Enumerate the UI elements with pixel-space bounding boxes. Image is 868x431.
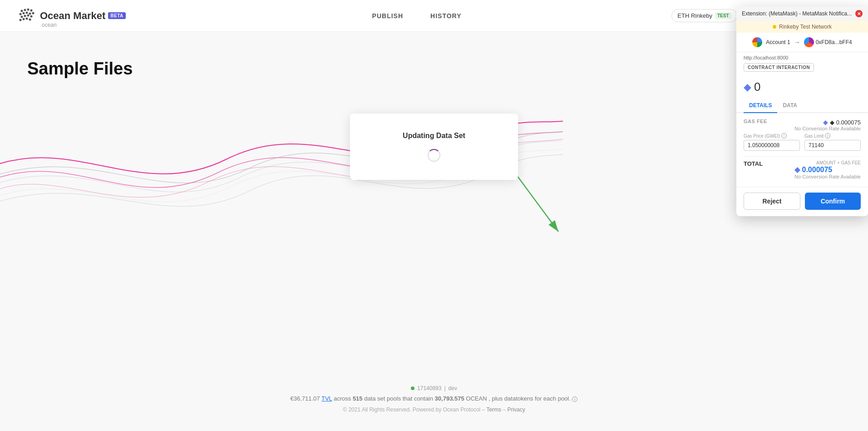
divider <box>744 156 861 157</box>
block-number: 17140893 <box>417 385 441 391</box>
gas-fee-value: ◆ ◆ 0.000075 <box>794 119 861 126</box>
metamask-close-button[interactable]: ✕ <box>855 10 863 17</box>
to-account-address: 0xFD8a...bFF4 <box>816 39 852 45</box>
total-label: TOTAL <box>744 160 763 167</box>
amount-value: 0 <box>754 80 760 94</box>
beta-badge: BETA <box>108 12 125 19</box>
svg-point-4 <box>20 13 22 15</box>
gas-price-input[interactable] <box>744 140 800 151</box>
svg-point-16 <box>29 18 31 20</box>
gas-price-label: Gas Price (GWEI) i <box>744 133 800 139</box>
tab-data[interactable]: DATA <box>777 99 803 113</box>
test-badge: TEST <box>715 12 731 19</box>
gas-limit-group: Gas Limit i <box>804 133 861 151</box>
privacy-link[interactable]: Privacy <box>507 406 525 413</box>
svg-point-15 <box>26 17 28 20</box>
svg-point-3 <box>30 9 33 11</box>
metamask-title: Extension: (MetaMask) - MetaMask Notific… <box>742 10 852 17</box>
tvl-amount: €36,711.07 <box>291 395 320 402</box>
gas-price-group: Gas Price (GWEI) i <box>744 133 800 151</box>
svg-point-13 <box>20 19 22 21</box>
page-title: Sample Files <box>27 59 841 79</box>
logo-area: Ocean Market BETA ocean <box>18 7 126 25</box>
pools-count: 515 <box>353 395 363 402</box>
pools-text: across <box>334 395 351 402</box>
svg-point-12 <box>30 15 33 17</box>
gas-eth-icon: ◆ <box>823 119 830 126</box>
contract-interaction-badge: CONTRACT INTERACTION <box>744 63 814 72</box>
metamask-popup: Extension: (MetaMask) - MetaMask Notific… <box>736 6 868 216</box>
logo-brand: Ocean Market BETA ocean <box>40 10 126 22</box>
svg-point-0 <box>21 10 23 12</box>
to-account: 0xFD8a...bFF4 <box>804 37 852 47</box>
gas-inputs: Gas Price (GWEI) i Gas Limit i <box>744 133 861 151</box>
amount-gas-fee-label: AMOUNT + GAS FEE <box>794 160 861 165</box>
metamask-network-label: Rinkeby Test Network <box>779 24 832 30</box>
metamask-title-bar: Extension: (MetaMask) - MetaMask Notific… <box>736 6 868 21</box>
pools-suffix: , plus datatokens for each pool. <box>488 395 571 402</box>
network-label: dev <box>449 385 457 391</box>
ocean-logo-icon <box>18 7 35 25</box>
svg-point-10 <box>24 15 26 17</box>
network-indicator-icon <box>773 25 776 29</box>
svg-point-6 <box>26 11 28 14</box>
svg-point-9 <box>21 15 23 18</box>
metamask-tabs: DETAILS DATA <box>736 99 868 113</box>
footer-stats: €36,711.07 TVL across 515 data set pools… <box>0 395 868 402</box>
tvl-link[interactable]: TVL <box>321 395 332 402</box>
pools-desc: data set pools that contain <box>364 395 433 402</box>
updating-modal: Updating Data Set <box>350 114 518 180</box>
eth-diamond-icon: ◆ <box>744 81 751 93</box>
total-eth-icon: ◆ <box>794 166 802 173</box>
terms-link[interactable]: Terms <box>486 406 501 413</box>
metamask-url: http://localhost:8000 <box>736 52 868 61</box>
tab-details[interactable]: DETAILS <box>744 99 777 113</box>
metamask-body: GAS FEE ◆ ◆ 0.000075 No Conversion Rate … <box>736 113 868 187</box>
svg-point-11 <box>27 14 30 16</box>
footer: 17140893 | dev €36,711.07 TVL across 515… <box>0 385 868 413</box>
gas-limit-input[interactable] <box>804 140 861 151</box>
svg-point-2 <box>27 8 30 10</box>
gas-price-info-icon[interactable]: i <box>781 133 787 139</box>
svg-point-5 <box>23 12 25 14</box>
main-nav: PUBLISH HISTORY <box>162 12 672 20</box>
footer-copyright: © 2021 All Rights Reserved. Powered by O… <box>0 406 868 413</box>
metamask-footer: Reject Confirm <box>736 187 868 216</box>
ocean-sub-label: ocean <box>42 22 57 28</box>
modal-title: Updating Data Set <box>377 132 491 140</box>
nav-publish[interactable]: PUBLISH <box>372 12 403 20</box>
gas-limit-info-icon[interactable]: i <box>825 133 830 139</box>
total-row: TOTAL AMOUNT + GAS FEE ◆ 0.000075 No Con… <box>744 160 861 179</box>
svg-point-8 <box>32 12 35 14</box>
svg-point-7 <box>29 12 31 15</box>
nav-history[interactable]: HISTORY <box>430 12 461 20</box>
ocean-label: OCEAN <box>466 395 487 402</box>
footer-status: 17140893 | dev <box>0 385 868 391</box>
svg-point-14 <box>23 18 25 20</box>
metamask-network-bar: Rinkeby Test Network <box>736 21 868 33</box>
total-value: ◆ 0.000075 <box>794 165 861 174</box>
gas-fee-sub: No Conversion Rate Available <box>794 126 861 131</box>
to-account-avatar-icon <box>804 37 814 47</box>
status-dot-icon <box>411 386 414 390</box>
from-account-name: Account 1 <box>766 39 790 45</box>
reject-button[interactable]: Reject <box>744 193 800 210</box>
gas-fee-label: GAS FEE <box>744 119 767 124</box>
metamask-accounts: Account 1 → 0xFD8a...bFF4 <box>736 33 868 52</box>
ocean-amount: 30,793.575 <box>435 395 464 402</box>
network-badge[interactable]: ETH Rinkeby TEST <box>671 9 737 22</box>
from-account-avatar-icon <box>752 37 762 47</box>
account-arrow-icon: → <box>794 39 800 46</box>
loading-spinner <box>428 149 440 162</box>
gas-limit-label: Gas Limit i <box>804 133 861 139</box>
total-sub: No Conversion Rate Available <box>794 174 861 179</box>
confirm-button[interactable]: Confirm <box>805 193 861 210</box>
info-circle-icon[interactable]: i <box>572 396 577 402</box>
network-name: ETH Rinkeby <box>677 12 712 19</box>
gas-fee-row: GAS FEE ◆ ◆ 0.000075 No Conversion Rate … <box>744 119 861 131</box>
logo-text: Ocean Market <box>40 10 105 22</box>
metamask-amount: ◆ 0 <box>736 75 868 99</box>
svg-point-1 <box>24 9 26 11</box>
